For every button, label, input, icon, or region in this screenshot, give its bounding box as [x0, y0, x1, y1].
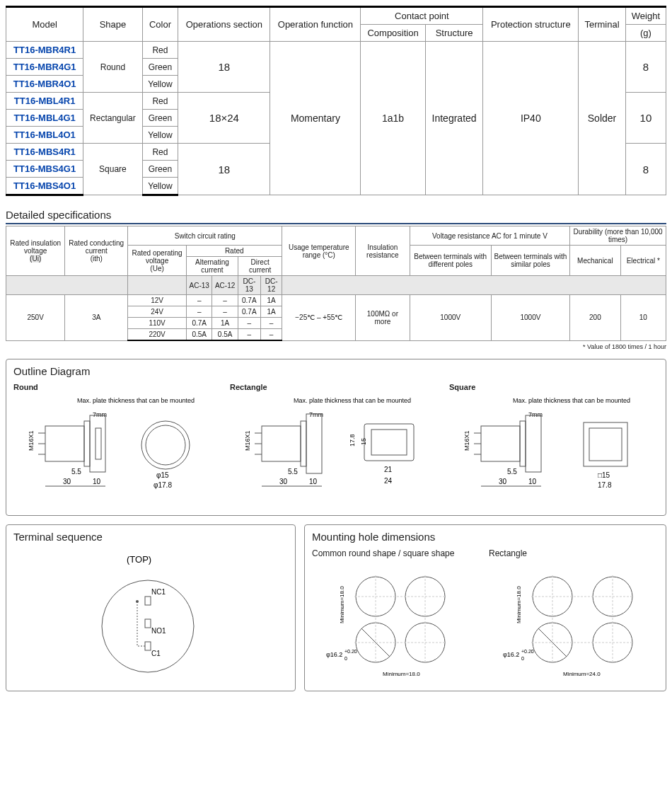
svg-text:5.5: 5.5: [71, 468, 81, 476]
svg-text:Minimum=18.0: Minimum=18.0: [339, 586, 345, 623]
cell-color: Yellow: [142, 76, 178, 93]
svg-text:M16X1: M16X1: [244, 430, 251, 451]
cell-diff: 1000V: [410, 295, 491, 341]
model-link[interactable]: TT16-MBL4O1: [13, 129, 75, 140]
cell-color: Yellow: [142, 178, 178, 195]
hdr-contact-point: Contact point: [361, 7, 483, 25]
rect-drawing: Max. plate thickness that can be mounted…: [230, 394, 442, 507]
svg-text:Minimum=18.0: Minimum=18.0: [383, 671, 420, 677]
hdr-shape: Shape: [83, 7, 142, 42]
hdr-temp: Usage temperature range (°C): [282, 226, 356, 276]
hdr-switch-rating: Switch circuit rating: [128, 226, 282, 246]
cell-temp: −25℃ – +55℃: [282, 295, 356, 341]
hdr-composition: Composition: [361, 25, 425, 42]
svg-rect-53: [584, 422, 627, 466]
model-link[interactable]: TT16-MBL4G1: [13, 113, 75, 123]
square-drawing: Max. plate thickness that can be mounted…: [449, 394, 654, 507]
cell-composition: 1a1b: [361, 42, 425, 195]
svg-text:φ16.2: φ16.2: [503, 651, 519, 658]
outline-round: Round Max. plate thickness that can be m…: [13, 383, 223, 509]
spec-table: Rated insulation voltage(Ui) Rated condu…: [6, 226, 666, 341]
hdr-dc: Direct current: [238, 257, 282, 276]
cell-color: Yellow: [142, 127, 178, 144]
cell-ops: 18: [178, 42, 270, 93]
cell-color: Green: [142, 110, 178, 127]
hdr-ac13: AC-13: [186, 276, 212, 295]
model-link[interactable]: TT16-MBL4R1: [14, 96, 76, 106]
hdr-weight-unit: (g): [625, 25, 666, 42]
cell-ue: 12V: [128, 295, 187, 306]
model-table: Model Shape Color Operations section Ope…: [6, 6, 666, 196]
cell-shape: Rectangular: [83, 93, 142, 144]
cell-ops: 18×24: [178, 93, 270, 144]
cell-weight: 10: [625, 93, 666, 144]
svg-point-16: [146, 425, 185, 465]
hdr-mech: Mechanical: [570, 246, 621, 276]
model-link[interactable]: TT16-MBR4R1: [13, 45, 76, 55]
svg-text:30: 30: [63, 478, 71, 485]
svg-point-58: [102, 580, 194, 672]
mounting-common: Common round shape / square shape φ16.2 …: [312, 548, 475, 684]
cell-shape: Round: [83, 42, 142, 93]
cell-op-function: Momentary: [270, 42, 361, 195]
hdr-volt-res: Voltage resistance AC for 1 minute V: [410, 226, 569, 246]
hdr-structure: Structure: [425, 25, 483, 42]
svg-text:φ16.2: φ16.2: [326, 651, 342, 658]
hdr-model: Model: [6, 7, 83, 42]
svg-point-15: [141, 421, 190, 469]
svg-text:Max. plate thickness that can : Max. plate thickness that can be mounted: [77, 397, 195, 404]
cell-color: Green: [142, 59, 178, 76]
svg-rect-42: [481, 426, 520, 461]
detailed-specs-title: Detailed specifications: [6, 209, 666, 224]
footnote: * Value of 1800 times / 1 hour: [6, 343, 666, 350]
hdr-sim-poles: Between terminals with similar poles: [491, 246, 569, 276]
model-link[interactable]: TT16-MBS4O1: [13, 180, 76, 191]
outline-diagram-panel: Outline Diagram Round Max. plate thickne…: [6, 359, 666, 516]
model-link[interactable]: TT16-MBR4O1: [13, 79, 76, 89]
svg-text:24: 24: [384, 477, 393, 485]
cell-ui: 250V: [6, 295, 65, 341]
svg-rect-60: [145, 597, 151, 605]
hdr-ith: Rated conducting current(ith): [65, 226, 128, 276]
hdr-diff-poles: Between terminals with different poles: [410, 246, 491, 276]
svg-rect-54: [589, 428, 622, 461]
model-link[interactable]: TT16-MBS4G1: [13, 163, 76, 174]
svg-text:Minimum=24.0: Minimum=24.0: [563, 671, 601, 677]
svg-text:15: 15: [360, 438, 367, 445]
svg-text:10: 10: [309, 478, 318, 485]
svg-rect-61: [145, 619, 151, 628]
svg-text:7mm: 7mm: [93, 411, 107, 418]
cell-weight: 8: [625, 144, 666, 195]
svg-text:+0.20: +0.20: [521, 649, 534, 654]
svg-text:Max. plate thickness that can : Max. plate thickness that can be mounted: [513, 397, 630, 404]
svg-text:5.5: 5.5: [288, 468, 298, 476]
svg-rect-24: [306, 414, 322, 473]
svg-text:0: 0: [521, 656, 524, 661]
terminal-drawing: (TOP) NC1 NO1 C1: [13, 548, 282, 683]
svg-rect-4: [84, 421, 90, 466]
svg-rect-6: [95, 428, 101, 459]
cell-color: Red: [142, 42, 178, 59]
svg-text:30: 30: [279, 478, 288, 485]
cell-insul: 100MΩ or more: [356, 295, 410, 341]
svg-rect-44: [526, 415, 541, 472]
svg-rect-3: [45, 426, 84, 461]
cell-elec: 10: [620, 295, 666, 341]
svg-text:NO1: NO1: [151, 627, 166, 635]
svg-text:M16X1: M16X1: [28, 430, 35, 451]
cell-color: Red: [142, 93, 178, 110]
cell-color: Green: [142, 161, 178, 178]
svg-text:Max. plate thickness that can : Max. plate thickness that can be mounted: [294, 397, 411, 404]
mounting-rectangle: Rectangle φ16.2 +0.20 0 Minimum=18.0 Min…: [489, 548, 659, 684]
cell-ith: 3A: [65, 295, 128, 341]
svg-text:30: 30: [499, 478, 507, 485]
svg-text:φ17.8: φ17.8: [153, 481, 172, 489]
svg-text:0: 0: [344, 656, 347, 661]
round-drawing: Max. plate thickness that can be mounted…: [13, 394, 219, 507]
model-link[interactable]: TT16-MBS4R1: [13, 146, 75, 157]
mounting-title: Mounting hole dimensions: [312, 531, 659, 543]
outline-title: Outline Diagram: [13, 365, 659, 377]
model-link[interactable]: TT16-MBR4G1: [13, 62, 76, 72]
cell-mech: 200: [570, 295, 621, 341]
svg-text:17.8: 17.8: [349, 434, 356, 447]
